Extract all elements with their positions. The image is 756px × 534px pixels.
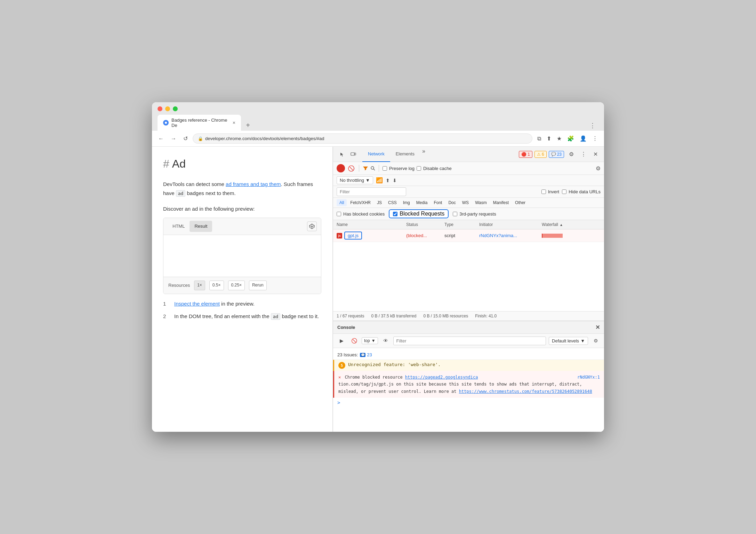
profile-button[interactable]: 👤: [578, 134, 589, 143]
resource-05x-btn[interactable]: 0.5×: [209, 281, 224, 290]
disable-cache-checkbox-label[interactable]: Disable cache: [417, 166, 452, 171]
warning-count-badge: 5: [338, 362, 345, 369]
preserve-log-checkbox-label[interactable]: Preserve log: [383, 166, 415, 171]
throttle-select[interactable]: No throttling ▼: [337, 176, 373, 184]
address-text: developer.chrome.com/docs/devtools/eleme…: [205, 136, 527, 141]
devtools-settings-button[interactable]: ⚙: [567, 149, 576, 159]
type-filter-manifest[interactable]: Manifest: [490, 199, 512, 206]
search-button[interactable]: [370, 166, 375, 171]
has-blocked-cookies-text: Has blocked cookies: [343, 211, 385, 217]
reload-button[interactable]: ↺: [181, 134, 190, 143]
window-menu-button[interactable]: ⋮: [587, 120, 598, 131]
close-traffic-light[interactable]: [158, 106, 162, 111]
table-row[interactable]: js gpt.js (blocked... script rNdGNYx?ani…: [333, 229, 604, 242]
inspect-element-link[interactable]: Inspect the element: [174, 301, 220, 307]
preview-tab-result[interactable]: Result: [190, 221, 212, 232]
address-bar[interactable]: 🔒 developer.chrome.com/docs/devtools/ele…: [193, 134, 532, 144]
throttle-label: No throttling: [340, 178, 364, 183]
row-status-cell: (blocked...: [406, 233, 444, 238]
type-filter-font[interactable]: Font: [431, 199, 445, 206]
has-blocked-cookies-checkbox[interactable]: [337, 212, 341, 216]
has-blocked-cookies-label[interactable]: Has blocked cookies: [337, 211, 385, 217]
type-filter-wasm[interactable]: Wasm: [472, 199, 490, 206]
type-filter-ws[interactable]: WS: [459, 199, 472, 206]
console-run-button[interactable]: ▶: [337, 336, 346, 346]
filter-input[interactable]: [337, 187, 406, 196]
console-warning-row: 5 Unrecognized feature: 'web-share'.: [333, 360, 604, 371]
network-settings-button[interactable]: ⚙: [596, 165, 601, 172]
cursor-icon-btn[interactable]: [337, 149, 347, 159]
warning-badge[interactable]: ⚠ 6: [534, 151, 547, 158]
preview-tab-html[interactable]: HTML: [168, 221, 190, 232]
console-prompt[interactable]: >: [333, 398, 604, 407]
third-party-requests-checkbox[interactable]: [453, 212, 457, 216]
disable-cache-label: Disable cache: [423, 166, 452, 171]
resource-1x-btn[interactable]: 1×: [194, 281, 205, 290]
type-filter-all[interactable]: All: [337, 199, 347, 206]
back-button[interactable]: ←: [156, 134, 166, 143]
minimize-traffic-light[interactable]: [165, 106, 170, 111]
error-link-1[interactable]: https://pagead2.googlesyndica: [405, 375, 478, 380]
ad-frames-link[interactable]: ad frames and tag them: [226, 181, 281, 187]
nav-bar: ← → ↺ 🔒 developer.chrome.com/docs/devtoo…: [152, 131, 604, 147]
upload-button[interactable]: ⬆: [386, 178, 390, 183]
invert-label: Invert: [548, 189, 560, 194]
disable-cache-checkbox[interactable]: [417, 166, 421, 171]
record-button[interactable]: [337, 164, 345, 172]
error-badge[interactable]: 🔴 1: [519, 151, 532, 158]
share-button[interactable]: ⬆: [545, 134, 553, 143]
issues-badge[interactable]: 💬 23: [360, 352, 372, 357]
devtools-more-tabs[interactable]: »: [420, 147, 427, 162]
type-filter-fetch-xhr[interactable]: Fetch/XHR: [347, 199, 373, 206]
active-tab[interactable]: Badges reference - Chrome De ×: [158, 115, 241, 131]
browser-menu-button[interactable]: ⋮: [590, 134, 600, 143]
download-button[interactable]: ⬇: [393, 178, 397, 183]
error-link-2[interactable]: https://www.chromestatus.com/feature/573…: [459, 389, 592, 394]
new-tab-button[interactable]: +: [242, 120, 254, 131]
preserve-log-checkbox[interactable]: [383, 166, 387, 171]
tab-elements[interactable]: Elements: [390, 147, 420, 162]
blocked-requests-checkbox[interactable]: [393, 212, 397, 216]
step1-rest: in the preview.: [220, 301, 255, 307]
type-filter-js[interactable]: JS: [374, 199, 385, 206]
resource-025x-btn[interactable]: 0.25×: [228, 281, 245, 290]
type-filter-other[interactable]: Other: [512, 199, 528, 206]
console-filter-input[interactable]: [393, 337, 546, 345]
devtools-close-button[interactable]: ✕: [591, 149, 600, 159]
device-icon-btn[interactable]: [348, 149, 358, 159]
forward-button[interactable]: →: [169, 134, 178, 143]
info-badge[interactable]: 💬 23: [549, 151, 564, 158]
preview-content-area: [163, 235, 321, 277]
console-close-button[interactable]: ✕: [595, 324, 600, 331]
tab-close-button[interactable]: ×: [233, 120, 235, 126]
type-filter-img[interactable]: Img: [400, 199, 413, 206]
screenshot-button[interactable]: ⧉: [535, 134, 543, 143]
error-badge-icon: 🔴: [521, 152, 526, 157]
console-top-select[interactable]: top ▼: [362, 337, 378, 344]
preview-codepen-button[interactable]: [307, 221, 317, 231]
resource-rerun-btn[interactable]: Rerun: [249, 281, 267, 290]
third-party-requests-label[interactable]: 3rd-party requests: [453, 211, 496, 217]
svg-line-3: [309, 226, 312, 227]
stop-recording-button[interactable]: 🚫: [347, 164, 355, 172]
type-filter-doc[interactable]: Doc: [445, 199, 458, 206]
console-settings-button[interactable]: ⚙: [591, 336, 601, 346]
hide-data-urls-checkbox-label[interactable]: Hide data URLs: [562, 189, 601, 194]
type-filter-media[interactable]: Media: [413, 199, 431, 206]
filter-active-icon[interactable]: [363, 165, 368, 171]
devtools-menu-button[interactable]: ⋮: [579, 149, 588, 159]
extensions-button[interactable]: 🧩: [565, 134, 576, 143]
invert-checkbox-label[interactable]: Invert: [541, 189, 560, 194]
maximize-traffic-light[interactable]: [173, 106, 178, 111]
hide-data-urls-checkbox[interactable]: [562, 189, 566, 194]
tab-network[interactable]: Network: [362, 147, 390, 162]
step2-content: In the DOM tree, find an element with th…: [174, 312, 319, 321]
console-section: Console ✕ ▶ 🚫 top ▼ 👁 Default levels ▼: [333, 321, 604, 432]
type-filter-css[interactable]: CSS: [385, 199, 400, 206]
info-badge-count: 23: [557, 152, 562, 157]
default-levels-select[interactable]: Default levels ▼: [549, 337, 588, 345]
console-ban-button[interactable]: 🚫: [349, 336, 359, 346]
bookmark-button[interactable]: ★: [555, 134, 564, 143]
invert-checkbox[interactable]: [541, 189, 546, 194]
console-eye-button[interactable]: 👁: [381, 336, 391, 346]
